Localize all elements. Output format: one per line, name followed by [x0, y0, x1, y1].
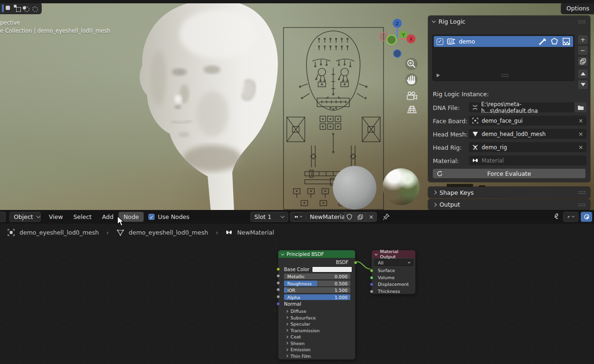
menu-select[interactable]: Select — [68, 213, 97, 220]
mesh-data-icon — [117, 229, 124, 236]
node-header[interactable]: Principled BSDF — [278, 250, 355, 258]
section-specular[interactable]: Specular — [285, 321, 310, 327]
list-add-button[interactable]: + — [577, 35, 588, 45]
shader-editor-header: Object View Select Add Node ✓ Use Nodes … — [0, 210, 594, 224]
breadcrumb-mesh[interactable]: demo_eyeshell_lod0_mesh — [129, 229, 208, 236]
base-color-swatch[interactable] — [312, 266, 352, 273]
breadcrumb-object[interactable]: demo_eyeshell_lod0_mesh — [19, 229, 99, 236]
ior-slider[interactable]: IOR 1.500 — [284, 287, 350, 293]
drag-grip-icon[interactable] — [578, 203, 586, 207]
axis-neg-y[interactable] — [387, 35, 396, 45]
material-browse-dropdown[interactable] — [290, 212, 306, 222]
alpha-socket[interactable] — [276, 295, 280, 299]
mesh-data-icon[interactable] — [550, 37, 558, 46]
zoom-icon[interactable] — [405, 58, 418, 70]
section-sheen[interactable]: Sheen — [285, 341, 305, 346]
checker-texture-icon[interactable] — [562, 37, 570, 46]
rig-logic-header[interactable]: Rig Logic — [428, 16, 590, 27]
snap-magnet-icon[interactable] — [553, 213, 561, 221]
drag-grip-icon[interactable] — [578, 20, 586, 24]
clear-head-mesh-icon[interactable]: × — [578, 131, 583, 137]
dna-file-field[interactable]: E:\repos\meta-h...s\dna\default.dna — [469, 102, 575, 112]
list-duplicate-button[interactable] — [577, 56, 588, 66]
menu-view[interactable]: View — [44, 213, 68, 220]
select-circle-icon[interactable] — [22, 5, 29, 12]
bsdf-output-socket[interactable] — [354, 261, 357, 264]
head-mesh-field[interactable]: demo_head_lod0_mesh × — [469, 129, 586, 139]
material-name-field[interactable]: NewMaterial — [306, 212, 344, 222]
list-move-up-button[interactable] — [577, 69, 588, 79]
section-coat[interactable]: Coat — [285, 334, 301, 339]
output-target-dropdown[interactable]: All — [375, 259, 413, 266]
metallic-socket[interactable] — [276, 274, 280, 278]
base-color-socket[interactable] — [276, 267, 280, 271]
roughness-socket[interactable] — [276, 281, 280, 285]
rig-logic-panel: Rig Logic ✓ demo — [428, 16, 590, 182]
tweak-tool-icon[interactable] — [5, 5, 12, 12]
item-checkbox[interactable]: ✓ — [437, 38, 443, 45]
snap-target-dropdown[interactable] — [563, 212, 578, 222]
rig-instance-list[interactable]: ✓ demo — [432, 35, 575, 81]
clear-head-rig-icon[interactable]: × — [578, 144, 583, 151]
list-expand-icon[interactable] — [437, 73, 440, 77]
principled-bsdf-node[interactable]: Principled BSDF BSDF Base Color Metallic… — [278, 250, 356, 360]
section-subsurface[interactable]: Subsurface — [285, 315, 316, 320]
shader-type-dropdown[interactable]: Object — [9, 212, 41, 222]
volume-socket[interactable] — [370, 276, 374, 280]
fake-user-shield-button[interactable] — [344, 212, 355, 222]
section-transmission[interactable]: Transmission — [285, 328, 320, 333]
list-remove-button[interactable]: − — [577, 46, 588, 55]
pan-hand-icon[interactable] — [405, 73, 418, 86]
alpha-slider[interactable]: Alpha 1.000 — [284, 294, 350, 300]
use-nodes-checkbox[interactable]: ✓ — [148, 214, 155, 220]
editor-type-icon[interactable] — [2, 4, 4, 12]
node-title: Material Output — [380, 249, 412, 259]
duplicate-material-button[interactable] — [355, 212, 366, 222]
select-lasso-icon[interactable] — [31, 5, 38, 12]
list-move-down-button[interactable] — [577, 80, 588, 90]
head-rig-field[interactable]: demo_rig × — [469, 142, 586, 152]
thickness-socket[interactable] — [370, 290, 374, 293]
surface-socket[interactable] — [370, 269, 374, 273]
head-mesh[interactable] — [119, 3, 294, 210]
face-board-field[interactable]: demo_face_gui × — [469, 116, 586, 126]
topbar-strip — [0, 0, 594, 3]
shader-editor[interactable]: Object View Select Add Node ✓ Use Nodes … — [0, 210, 594, 364]
section-diffuse[interactable]: Diffuse — [285, 309, 306, 314]
displacement-socket[interactable] — [370, 282, 374, 286]
section-emission[interactable]: Emission — [285, 347, 311, 352]
empty-object-icon — [472, 118, 478, 124]
chevron-right-icon — [433, 191, 437, 194]
select-box-icon[interactable] — [14, 5, 21, 12]
perspective-grid-icon[interactable] — [408, 106, 416, 113]
shape-keys-panel[interactable]: Shape Keys — [428, 187, 590, 198]
section-thin-film[interactable]: Thin Film — [285, 354, 311, 359]
unlink-material-button[interactable]: × — [366, 212, 377, 222]
menu-add[interactable]: Add — [97, 213, 119, 220]
material-output-node[interactable]: Material Output All Surface Volume Displ… — [371, 250, 416, 294]
drag-grip-icon[interactable] — [578, 191, 586, 194]
mesh-icon — [472, 131, 478, 137]
metallic-slider[interactable]: Metallic 0.000 — [284, 273, 350, 279]
slot-dropdown[interactable]: Slot 1 — [250, 212, 288, 222]
bone-icon[interactable] — [539, 37, 547, 46]
output-panel[interactable]: Output — [428, 199, 590, 210]
editor-type-button[interactable] — [0, 212, 6, 222]
options-button[interactable]: Options — [561, 3, 594, 14]
file-browse-button[interactable] — [575, 102, 586, 112]
camera-view-icon[interactable] — [407, 92, 417, 100]
pin-icon[interactable] — [383, 213, 390, 220]
ior-socket[interactable] — [276, 288, 280, 291]
force-evaluate-button[interactable]: Force Evaluate — [432, 168, 586, 179]
preview-shading-toggle[interactable] — [581, 212, 592, 222]
list-resize-grip[interactable] — [501, 73, 509, 77]
orientation-gizmo[interactable]: Z Y X — [377, 18, 419, 60]
breadcrumb-material[interactable]: NewMaterial — [237, 229, 274, 236]
select-tool-group[interactable] — [0, 3, 42, 14]
material-field[interactable]: Material — [469, 155, 586, 165]
clear-face-board-icon[interactable]: × — [578, 118, 583, 124]
list-item[interactable]: ✓ demo — [434, 36, 573, 47]
axis-neg-z[interactable] — [393, 50, 402, 58]
node-header[interactable]: Material Output — [372, 250, 415, 258]
roughness-slider[interactable]: Roughness 0.500 — [284, 281, 350, 286]
